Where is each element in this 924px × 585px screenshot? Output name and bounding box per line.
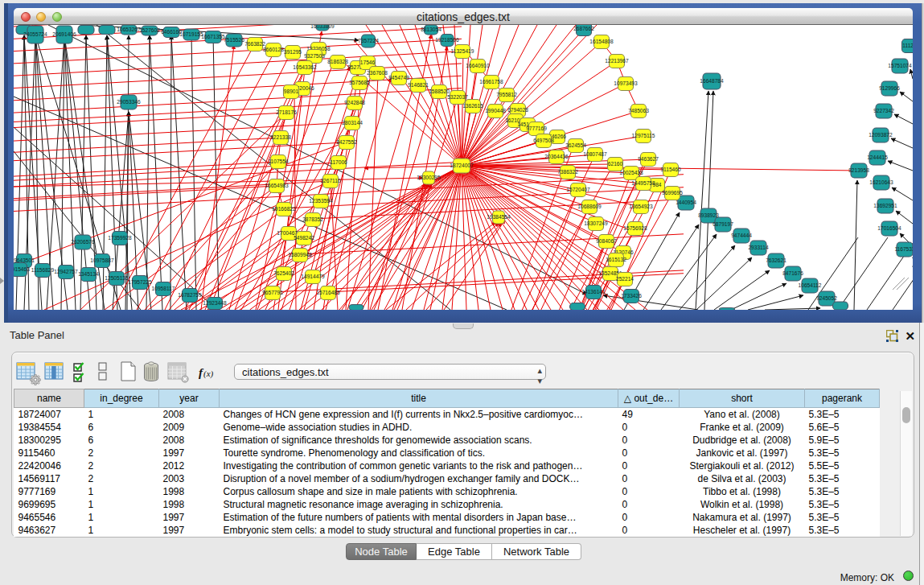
svg-text:1990448: 1990448 [485, 108, 506, 113]
svg-text:9777169: 9777169 [526, 126, 547, 131]
svg-text:2687662: 2687662 [573, 26, 594, 31]
svg-text:15809948: 15809948 [288, 252, 312, 257]
svg-text:10973493: 10973493 [614, 80, 638, 86]
svg-text:1107554: 1107554 [268, 159, 289, 164]
svg-text:17546: 17546 [360, 60, 376, 65]
svg-text:16671355: 16671355 [201, 34, 225, 39]
svg-text:1615132: 1615132 [606, 257, 626, 262]
svg-text:9657791: 9657791 [262, 290, 283, 295]
svg-text:11156829: 11156829 [31, 267, 55, 273]
svg-text:14495758: 14495758 [631, 180, 655, 186]
svg-text:10719155: 10719155 [179, 31, 203, 37]
svg-text:10975887: 10975887 [90, 257, 114, 263]
svg-text:12353594: 12353594 [309, 198, 333, 204]
svg-text:16033809: 16033809 [310, 25, 335, 29]
svg-text:1345134: 1345134 [78, 271, 99, 277]
svg-text:6794028: 6794028 [507, 107, 528, 113]
svg-text:3575685: 3575685 [349, 80, 370, 85]
svg-text:8427552: 8427552 [336, 139, 357, 145]
svg-text:9242848: 9242848 [344, 100, 365, 105]
svg-text:3878352: 3878352 [302, 216, 323, 222]
svg-text:16648784: 16648784 [700, 78, 724, 84]
svg-text:7663822: 7663822 [244, 41, 265, 47]
svg-text:16154808: 16154808 [589, 39, 614, 44]
svg-text:8471676: 8471676 [782, 270, 803, 276]
svg-text:19166822: 19166822 [272, 206, 296, 212]
svg-text:12942757: 12942757 [54, 269, 78, 274]
svg-text:5498242: 5498242 [294, 235, 314, 241]
svg-text:8938923: 8938923 [698, 212, 719, 218]
svg-text:15720407: 15720407 [566, 187, 590, 192]
svg-text:6879197: 6879197 [713, 221, 733, 227]
svg-text:10653267: 10653267 [117, 27, 141, 32]
svg-text:3915463: 3915463 [14, 266, 30, 272]
svg-text:13654923: 13654923 [629, 204, 653, 209]
svg-text:16654983: 16654983 [265, 183, 289, 188]
svg-text:3267110: 3267110 [320, 178, 341, 183]
svg-text:17359928: 17359928 [108, 235, 132, 241]
svg-text:98901: 98901 [284, 89, 299, 94]
svg-text:7485063: 7485063 [628, 108, 649, 113]
svg-text:14136141: 14136141 [581, 289, 606, 295]
svg-text:391295: 391295 [284, 49, 302, 55]
svg-text:7632621: 7632621 [766, 257, 786, 263]
svg-text:11325419: 11325419 [451, 48, 474, 54]
svg-text:9474444: 9474444 [731, 233, 752, 238]
svg-text:29053346: 29053346 [117, 99, 141, 105]
svg-text:1588520: 1588520 [429, 89, 450, 94]
svg-text:9115460: 9115460 [660, 167, 681, 172]
svg-text:1244415: 1244415 [867, 154, 888, 160]
svg-text:15751074: 15751074 [888, 63, 912, 68]
svg-text:15716485: 15716485 [316, 290, 340, 295]
svg-text:18307249: 18307249 [584, 220, 608, 226]
svg-text:20364436: 20364436 [544, 154, 569, 159]
svg-text:(x): (x) [203, 369, 214, 379]
svg-text:9227342: 9227342 [873, 108, 894, 113]
svg-text:16961758: 16961758 [479, 79, 503, 84]
svg-text:15756928: 15756928 [623, 225, 647, 231]
svg-text:5322037: 5322037 [447, 94, 468, 100]
svg-text:9129966: 9129966 [879, 85, 900, 91]
svg-text:12093872: 12093872 [869, 132, 893, 138]
svg-text:7955812: 7955812 [496, 92, 517, 97]
svg-text:117006: 117006 [330, 159, 347, 165]
svg-text:10807487: 10807487 [583, 151, 607, 157]
svg-text:12975115: 12975115 [632, 133, 655, 138]
svg-text:2367608: 2367608 [367, 70, 388, 76]
svg-text:12213967: 12213967 [605, 58, 629, 64]
svg-text:16210643: 16210643 [869, 179, 893, 185]
svg-text:10654112: 10654112 [799, 282, 822, 288]
svg-text:14914479: 14914479 [301, 274, 325, 279]
svg-text:1362615: 1362615 [462, 103, 483, 109]
svg-text:8213958: 8213958 [848, 167, 869, 173]
svg-text:1440954: 1440954 [676, 200, 696, 205]
svg-text:6497508: 6497508 [533, 138, 554, 143]
svg-text:8660128: 8660128 [263, 47, 284, 52]
svg-text:1733426: 1733426 [621, 293, 642, 299]
svg-text:12923448: 12923448 [203, 300, 227, 306]
svg-text:2803144: 2803144 [342, 120, 363, 126]
svg-text:16782759: 16782759 [178, 292, 202, 298]
svg-text:6466160: 6466160 [161, 29, 182, 35]
svg-text:252214: 252214 [616, 276, 634, 282]
svg-text:18724007: 18724007 [450, 163, 474, 168]
svg-text:2933114: 2933114 [748, 245, 769, 250]
svg-text:62160: 62160 [608, 161, 623, 167]
svg-text:18300295: 18300295 [417, 175, 441, 180]
svg-text:19384554: 19384554 [487, 214, 511, 220]
svg-text:7386322: 7386322 [557, 169, 578, 175]
svg-text:16640910: 16640910 [466, 63, 490, 68]
svg-text:8186328: 8186328 [327, 59, 348, 64]
svg-text:12505135: 12505135 [105, 275, 129, 281]
svg-text:19218506: 19218506 [435, 37, 459, 43]
svg-text:2718176: 2718176 [276, 109, 297, 115]
svg-text:1221338: 1221338 [270, 134, 291, 140]
svg-text:10543362: 10543362 [293, 64, 317, 70]
svg-text:26206576: 26206576 [71, 239, 95, 245]
svg-text:7625402: 7625402 [273, 270, 294, 276]
svg-text:3624554: 3624554 [565, 142, 586, 148]
svg-text:13692951: 13692951 [873, 203, 897, 208]
svg-text:9245052: 9245052 [816, 295, 837, 301]
svg-text:7357224: 7357224 [358, 38, 379, 43]
svg-text:1527602: 1527602 [139, 27, 160, 33]
